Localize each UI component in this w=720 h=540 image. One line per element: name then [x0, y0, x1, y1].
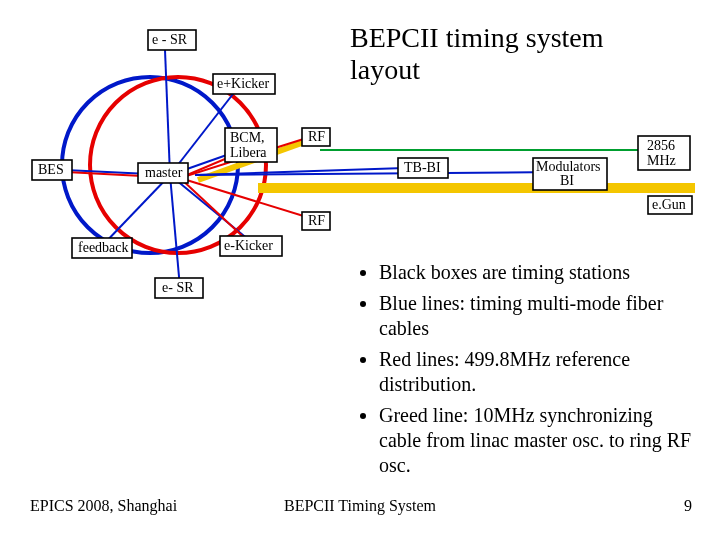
label-e-minus-sr2: e- SR	[162, 280, 194, 295]
label-bcm1: BCM,	[230, 130, 265, 145]
label-egun: e.Gun	[652, 197, 686, 212]
label-bes: BES	[38, 162, 64, 177]
bullet-item: Greed line: 10MHz synchronizing cable fr…	[379, 403, 695, 478]
label-2856-2: MHz	[647, 153, 676, 168]
label-master: master	[145, 165, 183, 180]
title-line1: BEPCII timing system	[350, 22, 604, 53]
bullet-list: Black boxes are timing stations Blue lin…	[355, 260, 695, 484]
page-title: BEPCII timing system layout	[350, 22, 604, 86]
label-e-minus-kicker: e-Kicker	[224, 238, 273, 253]
svg-line-8	[100, 175, 170, 248]
footer-page: 9	[684, 497, 692, 515]
bullet-item: Black boxes are timing stations	[379, 260, 695, 285]
label-e-plus-kicker: e+Kicker	[217, 76, 270, 91]
title-line2: layout	[350, 54, 420, 85]
footer-center: BEPCII Timing System	[0, 497, 720, 515]
label-mod1: Modulators	[536, 159, 601, 174]
label-feedback: feedback	[78, 240, 129, 255]
bullet-item: Blue lines: timing multi-mode fiber cabl…	[379, 291, 695, 341]
label-bcm2: Libera	[230, 145, 267, 160]
svg-line-10	[170, 175, 180, 288]
label-mod2: BI	[560, 173, 574, 188]
bullet-item: Red lines: 499.8MHz reference distributi…	[379, 347, 695, 397]
label-tb-bi: TB-BI	[404, 160, 441, 175]
svg-line-9	[170, 175, 255, 245]
label-e-minus-sr: e - SR	[152, 32, 188, 47]
label-rf-top: RF	[308, 129, 325, 144]
svg-line-4	[165, 50, 170, 175]
label-rf-bottom: RF	[308, 213, 325, 228]
label-2856-1: 2856	[647, 138, 675, 153]
